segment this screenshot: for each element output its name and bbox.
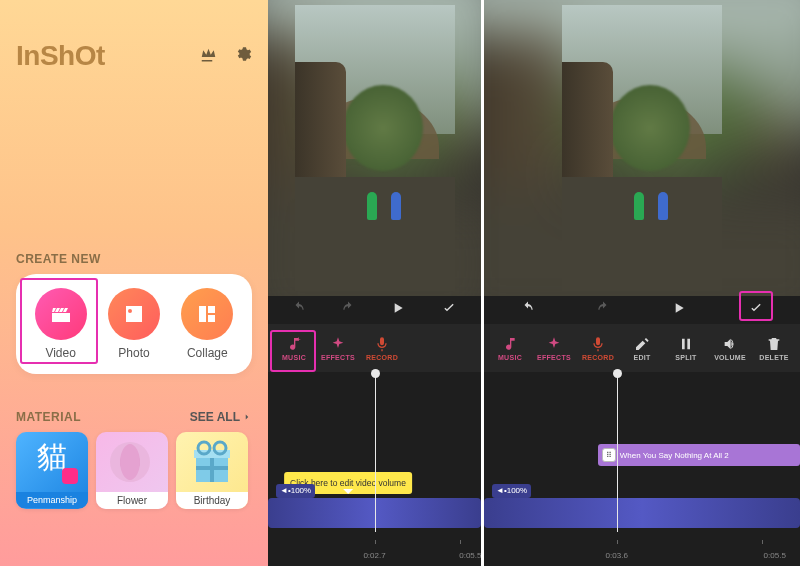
tool-music-left[interactable]: + MUSIC [276,336,312,361]
playhead-left[interactable] [375,372,376,532]
undo-icon-r[interactable] [521,301,535,319]
material-title: MATERIAL [16,410,81,424]
split-icon [678,336,694,352]
tool-record-left[interactable]: RECORD [364,336,400,361]
create-video-label: Video [45,346,75,360]
tool-record-right-label: RECORD [582,354,614,361]
material-flower-label: Flower [96,492,168,509]
tool-split[interactable]: SPLIT [668,336,704,361]
see-all-button[interactable]: SEE ALL [190,410,252,424]
audio-title: When You Say Nothing At All 2 [620,451,729,460]
volume-badge-right: ◄•100% [492,484,531,498]
tool-effects-left-label: EFFECTS [321,354,355,361]
editor-left: + MUSIC EFFECTS RECORD Click here to edi… [268,0,481,566]
tick-left-1: 0:02.7 [363,551,385,560]
audio-track[interactable]: ⠿ When You Say Nothing At All 2 [598,444,800,466]
tool-effects-right-label: EFFECTS [537,354,571,361]
tool-effects-left[interactable]: EFFECTS [320,336,356,361]
tool-edit[interactable]: EDIT [624,336,660,361]
tick-row-left: 0:02.7 0:05.5 [268,542,481,566]
microphone-icon [590,336,606,352]
audio-drag-handle[interactable]: ⠿ [602,448,616,462]
controls-right [484,296,800,324]
tool-record-right[interactable]: RECORD [580,336,616,361]
create-collage-label: Collage [187,346,228,360]
tool-edit-label: EDIT [633,354,650,361]
svg-text:+: + [297,336,301,343]
create-new-card: Video Photo Collage [16,274,252,374]
tick-right-2: 0:05.5 [764,551,786,560]
editors-container: + MUSIC EFFECTS RECORD Click here to edi… [268,0,800,566]
tool-record-left-label: RECORD [366,354,398,361]
create-video[interactable]: Video [35,288,87,360]
material-birthday-label: Birthday [176,492,248,509]
material-penmanship-label: Penmanship [16,492,88,508]
clapperboard-icon [35,288,87,340]
volume-badge-left: ◄•100% [276,484,315,498]
tick-row-right: 0:03.6 0:05.5 [484,542,800,566]
material-birthday[interactable]: Birthday [176,432,248,509]
tick-left-2: 0:05.5 [459,551,481,560]
gear-icon[interactable] [234,45,252,67]
sidebar: InShOt CREATE NEW Video Phot [0,0,268,566]
check-icon-right[interactable] [748,302,764,319]
pencil-icon [634,336,650,352]
tool-music-left-label: MUSIC [282,354,306,361]
sparkle-icon [546,336,562,352]
playhead-right[interactable] [617,372,618,532]
music-note-icon [502,336,518,352]
speaker-icon [722,336,738,352]
check-icon-left[interactable] [441,300,457,320]
penmanship-image: 貓 [16,432,88,492]
video-track-right[interactable] [484,498,800,528]
controls-left [268,296,481,324]
microphone-icon [374,336,390,352]
timeline-left[interactable]: Click here to edit video volume ◄•100% 0… [268,372,481,566]
material-flower[interactable]: Flower [96,432,168,509]
timeline-right[interactable]: ⠿ When You Say Nothing At All 2 ◄•100% 0… [484,372,800,566]
tick-right-1: 0:03.6 [606,551,628,560]
play-icon[interactable] [390,300,406,320]
tool-volume-label: VOLUME [714,354,746,361]
play-icon-r[interactable] [671,300,687,320]
tool-split-label: SPLIT [675,354,696,361]
sidebar-header: InShOt [16,40,252,72]
tool-delete[interactable]: DELETE [756,336,792,361]
tool-music-right-label: MUSIC [498,354,522,361]
tool-volume[interactable]: VOLUME [712,336,748,361]
birthday-image [176,432,248,492]
svg-rect-4 [210,456,214,482]
material-row: 貓 Penmanship Flower Birthday [16,432,252,509]
flower-image [96,432,168,492]
editor-right: MUSIC EFFECTS RECORD EDIT SPLIT VOLUME [481,0,800,566]
undo-icon[interactable] [292,301,306,319]
crown-icon[interactable] [198,45,216,67]
preview-right[interactable] [484,0,800,296]
redo-icon-r[interactable] [596,301,610,319]
create-photo-label: Photo [118,346,149,360]
see-all-label: SEE ALL [190,410,240,424]
material-header: MATERIAL SEE ALL [16,410,252,424]
music-note-icon: + [286,336,302,352]
sparkle-icon [330,336,346,352]
top-icons [198,45,252,67]
material-penmanship[interactable]: 貓 Penmanship [16,432,88,509]
app-logo: InShOt [16,40,105,72]
create-collage[interactable]: Collage [181,288,233,360]
collage-icon [181,288,233,340]
tools-right: MUSIC EFFECTS RECORD EDIT SPLIT VOLUME [484,324,800,372]
create-new-title: CREATE NEW [16,252,252,266]
image-icon [108,288,160,340]
tool-delete-label: DELETE [759,354,788,361]
tool-music-right[interactable]: MUSIC [492,336,528,361]
chevron-right-icon [242,412,252,422]
tools-left: + MUSIC EFFECTS RECORD [268,324,481,372]
tool-effects-right[interactable]: EFFECTS [536,336,572,361]
create-photo[interactable]: Photo [108,288,160,360]
redo-icon[interactable] [341,301,355,319]
trash-icon [766,336,782,352]
preview-left[interactable] [268,0,481,296]
